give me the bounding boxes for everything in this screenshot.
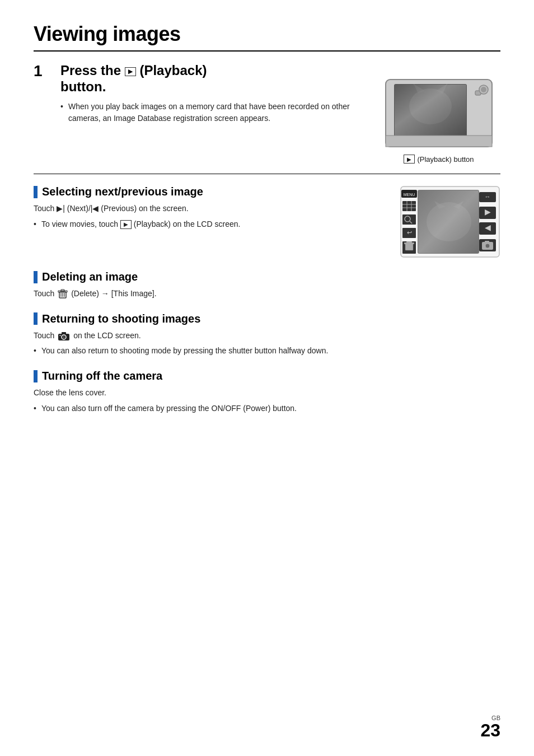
playback-button-label: ▶ (Playback) button [404, 155, 474, 164]
camera-icon [58, 331, 70, 341]
returning-body: Touch on the LCD screen. [34, 330, 500, 342]
top-divider [34, 50, 500, 52]
step1-heading-text3: button. [60, 79, 106, 94]
returning-heading: Returning to shooting images [34, 312, 500, 325]
step1-heading-text1: Press the [60, 63, 121, 78]
svg-point-44 [485, 244, 490, 248]
svg-text:↔: ↔ [485, 193, 491, 200]
turning-off-bullet: You can also turn off the camera by pres… [34, 403, 500, 415]
svg-rect-53 [62, 332, 66, 334]
step1-section: 1 Press the ▶ (Playback) button. When yo… [34, 63, 500, 164]
camera-image-wrap: ▶ (Playback) button [377, 63, 500, 164]
svg-rect-45 [485, 241, 489, 243]
playback-icon-inline: ▶ [120, 220, 132, 229]
selecting-section: Selecting next/previous image Touch ▶| (… [34, 185, 500, 258]
svg-text:↩: ↩ [407, 229, 412, 236]
svg-text:MENU: MENU [404, 193, 415, 197]
camera-svg [380, 63, 498, 152]
svg-text:▶: ▶ [485, 207, 491, 216]
svg-rect-33 [405, 244, 413, 250]
blue-bar-deleting [34, 271, 38, 283]
blue-bar-returning [34, 312, 38, 325]
selecting-row: Selecting next/previous image Touch ▶| (… [34, 185, 500, 258]
step1-heading-text2: (Playback) [139, 63, 207, 78]
svg-rect-56 [59, 335, 61, 336]
step-number: 1 [34, 63, 49, 80]
svg-text:◀: ◀ [485, 223, 491, 232]
page-number-area: GB 23 [480, 715, 500, 739]
returning-bullet: You can also return to shooting mode by … [34, 345, 500, 357]
svg-point-55 [63, 336, 65, 338]
step1-content: Press the ▶ (Playback) button. When you … [60, 63, 366, 124]
svg-point-10 [481, 87, 486, 92]
playback-label-text: (Playback) button [417, 155, 474, 164]
returning-section: Returning to shooting images Touch on th… [34, 312, 500, 357]
selecting-heading: Selecting next/previous image [34, 185, 388, 198]
playback-label-icon: ▶ [404, 155, 415, 164]
blue-bar-selecting [34, 186, 38, 198]
step1-heading: Press the ▶ (Playback) button. [60, 63, 366, 95]
mid-divider [34, 174, 500, 174]
deleting-section: Deleting an image Touch (Delete) → [This… [34, 270, 500, 300]
turning-off-body: Close the lens cover. [34, 387, 500, 399]
deleting-body: Touch (Delete) → [This Image]. [34, 288, 500, 300]
selecting-body1: Touch ▶| (Next)/|◀ (Previous) on the scr… [34, 203, 388, 215]
turning-off-heading: Turning off the camera [34, 370, 500, 382]
svg-rect-7 [395, 85, 466, 137]
selecting-content: Selecting next/previous image Touch ▶| (… [34, 185, 388, 230]
lcd-svg: MENU ↩ [400, 185, 500, 258]
svg-rect-11 [386, 136, 492, 147]
svg-rect-19 [418, 190, 479, 253]
blue-bar-turning [34, 370, 38, 382]
deleting-heading: Deleting an image [34, 270, 500, 283]
trash-icon [58, 289, 68, 299]
turning-off-section: Turning off the camera Close the lens co… [34, 370, 500, 414]
page-number: 23 [480, 720, 500, 740]
svg-rect-35 [406, 241, 412, 243]
playback-icon: ▶ [125, 67, 136, 76]
svg-rect-22 [402, 201, 416, 211]
step1-bullet: When you play back images on a memory ca… [60, 101, 366, 124]
selecting-bullet: To view movies, touch ▶ (Playback) on th… [34, 218, 388, 231]
page-title: Viewing images [34, 22, 500, 46]
